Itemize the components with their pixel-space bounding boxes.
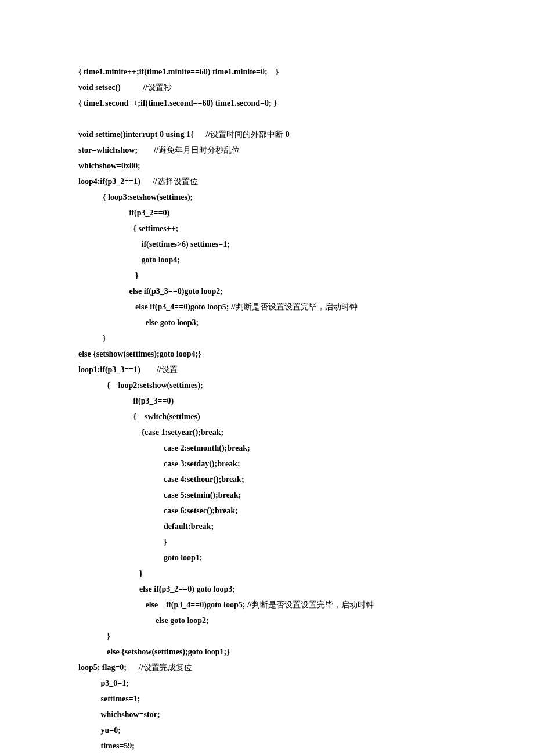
- code-document: { time1.minite++;if(time1.minite==60) ti…: [0, 0, 534, 756]
- code-line: p3_0=1;: [78, 675, 534, 691]
- code-line: }: [78, 534, 534, 550]
- code-line: goto loop4;: [78, 252, 534, 268]
- code-line: case 4:sethour();break;: [78, 471, 534, 487]
- code-line: { time1.second++;if(time1.second==60) ti…: [78, 95, 534, 111]
- code-line: { time1.minite++;if(time1.minite==60) ti…: [78, 64, 534, 80]
- code-line: [78, 111, 534, 127]
- code-line: case 6:setsec();break;: [78, 503, 534, 519]
- code-line: loop5: flag=0; //设置完成复位: [78, 660, 534, 675]
- code-line: else goto loop3;: [78, 315, 534, 330]
- code-line: goto loop1;: [78, 550, 534, 566]
- code-line: if(p3_2==0): [78, 205, 534, 221]
- code-line: times=59;: [78, 738, 534, 754]
- code-line: { loop2:setshow(settimes);: [78, 377, 534, 393]
- code-line: else if(p3_4==0)goto loop5; //判断是否设置设置完毕…: [78, 299, 534, 315]
- code-line: whichshow=0x80;: [78, 158, 534, 174]
- code-line: stor=whichshow; //避免年月日时分秒乱位: [78, 142, 534, 158]
- code-line: case 2:setmonth();break;: [78, 440, 534, 456]
- code-line: loop4:if(p3_2==1) //选择设置位: [78, 174, 534, 189]
- code-line: loop1:if(p3_3==1) //设置: [78, 362, 534, 377]
- code-line: }: [78, 628, 534, 644]
- code-line: case 3:setday();break;: [78, 456, 534, 471]
- code-line: { loop3:setshow(settimes);: [78, 189, 534, 205]
- code-line: { switch(settimes): [78, 409, 534, 424]
- code-line: else {setshow(settimes);goto loop1;}: [78, 644, 534, 660]
- code-line: whichshow=stor;: [78, 707, 534, 722]
- code-line: yu=0;: [78, 722, 534, 738]
- code-line: { settimes++;: [78, 221, 534, 236]
- code-line: settimes=1;: [78, 691, 534, 707]
- code-line: else if(p3_4==0)goto loop5; //判断是否设置设置完毕…: [78, 597, 534, 613]
- code-line: else if(p3_2==0) goto loop3;: [78, 581, 534, 597]
- code-line: default:break;: [78, 519, 534, 534]
- code-line: case 5:setmin();break;: [78, 487, 534, 503]
- code-line: }: [78, 566, 534, 581]
- code-line: else {setshow(settimes);goto loop4;}: [78, 346, 534, 362]
- code-line: void settime()interrupt 0 using 1{ //设置时…: [78, 127, 534, 142]
- code-line: else if(p3_3==0)goto loop2;: [78, 283, 534, 299]
- code-line: void setsec() //设置秒: [78, 80, 534, 95]
- code-line: if(p3_3==0): [78, 393, 534, 409]
- code-line: }: [78, 330, 534, 346]
- code-line: {case 1:setyear();break;: [78, 424, 534, 440]
- code-line: if(settimes>6) settimes=1;: [78, 236, 534, 252]
- code-line: else goto loop2;: [78, 613, 534, 628]
- code-line: }: [78, 268, 534, 283]
